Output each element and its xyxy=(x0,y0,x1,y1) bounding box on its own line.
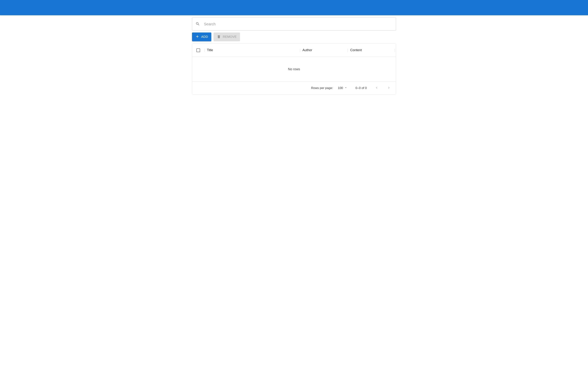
column-header-content[interactable]: Content xyxy=(348,48,395,52)
search-icon xyxy=(196,22,200,27)
trash-icon xyxy=(217,34,221,40)
grid-footer: Rows per page: 100 0–0 of 0 xyxy=(192,82,396,94)
search-field[interactable] xyxy=(192,17,396,31)
toolbar: Add Remove xyxy=(192,33,396,41)
appbar xyxy=(0,0,588,15)
checkbox-icon xyxy=(196,49,200,52)
remove-button: Remove xyxy=(214,33,240,41)
plus-icon xyxy=(195,34,199,40)
column-header-author[interactable]: Author xyxy=(300,48,348,52)
main-content: Add Remove Title Author Content No rows … xyxy=(192,15,396,94)
add-button[interactable]: Add xyxy=(192,33,211,41)
dropdown-icon xyxy=(344,86,347,90)
add-button-label: Add xyxy=(201,35,208,39)
select-all-cell[interactable] xyxy=(192,49,204,52)
rows-per-page-label: Rows per page: xyxy=(311,86,333,90)
remove-button-label: Remove xyxy=(223,35,237,39)
chevron-left-icon xyxy=(375,86,379,91)
grid-header: Title Author Content xyxy=(192,44,396,57)
next-page-button xyxy=(385,84,392,92)
data-grid: Title Author Content No rows Rows per pa… xyxy=(192,43,396,94)
chevron-right-icon xyxy=(387,86,391,91)
rows-per-page-value: 100 xyxy=(338,86,343,90)
column-header-title[interactable]: Title xyxy=(204,48,300,52)
empty-rows-text: No rows xyxy=(288,67,300,71)
search-input[interactable] xyxy=(204,22,392,26)
rows-per-page-select[interactable]: 100 xyxy=(338,86,347,90)
grid-body: No rows xyxy=(192,57,396,82)
pagination-range: 0–0 of 0 xyxy=(355,86,367,90)
prev-page-button xyxy=(373,84,380,92)
